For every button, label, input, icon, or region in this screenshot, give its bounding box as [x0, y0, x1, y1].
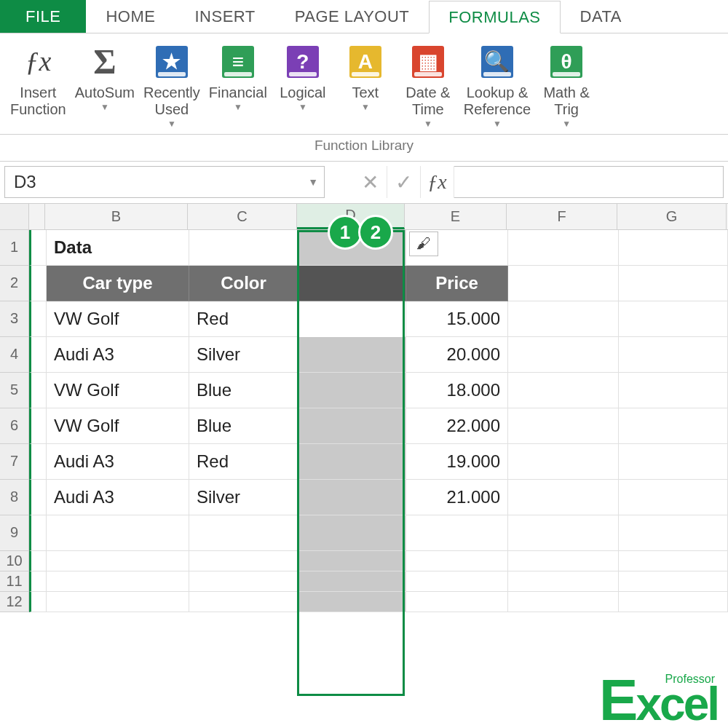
cell[interactable]: [298, 337, 406, 373]
tab-formulas[interactable]: FORMULAS: [429, 1, 560, 33]
spreadsheet-grid: B C D E F G 1 Data 2 Car type Color Pric…: [0, 204, 728, 612]
search-book-icon: 🔍: [481, 46, 513, 78]
cell[interactable]: VW Golf: [47, 408, 189, 444]
a-book-icon: A: [349, 46, 381, 78]
chevron-down-icon: ▼: [562, 119, 571, 130]
financial-button[interactable]: ≡ Financial ▼: [205, 41, 272, 116]
coins-book-icon: ≡: [222, 46, 254, 78]
fx-icon: ƒx: [25, 46, 51, 78]
cell-C1[interactable]: [189, 230, 298, 266]
formula-input[interactable]: [454, 166, 724, 198]
cell[interactable]: Audi A3: [47, 444, 189, 480]
logical-button[interactable]: ? Logical ▼: [272, 41, 334, 116]
tab-page-layout[interactable]: PAGE LAYOUT: [275, 0, 430, 33]
tab-file[interactable]: FILE: [0, 0, 86, 33]
cancel-formula-button[interactable]: ✕: [354, 166, 387, 198]
ribbon-tabs: FILE HOME INSERT PAGE LAYOUT FORMULAS DA…: [0, 0, 728, 33]
row-header[interactable]: 11: [0, 571, 29, 592]
cell[interactable]: [298, 480, 406, 515]
chevron-down-icon: ▼: [424, 119, 432, 130]
row-header[interactable]: 9: [0, 515, 29, 551]
annotation-badge-2: 2: [358, 215, 393, 250]
cell[interactable]: Silver: [189, 337, 298, 373]
ribbon-group-label: Function Library: [0, 135, 728, 162]
row-header[interactable]: 6: [0, 408, 29, 444]
watermark: Professor EExcelxcel: [599, 677, 718, 724]
fx-icon[interactable]: ƒx: [421, 166, 454, 198]
autosum-button[interactable]: Σ AutoSum ▼: [71, 41, 139, 116]
financial-label: Financial: [209, 84, 267, 101]
calendar-book-icon: ▦: [412, 46, 444, 78]
paste-options-icon[interactable]: 🖌: [409, 232, 438, 256]
table-header-price[interactable]: Price: [406, 266, 508, 301]
sigma-icon: Σ: [93, 41, 116, 82]
row-header[interactable]: 1: [0, 230, 29, 266]
row-header[interactable]: 10: [0, 551, 29, 571]
cell[interactable]: 19.000: [406, 444, 508, 480]
cell[interactable]: VW Golf: [47, 373, 189, 408]
cell-B1[interactable]: Data: [47, 230, 189, 266]
insert-function-button[interactable]: ƒx Insert Function: [6, 41, 71, 121]
tab-home[interactable]: HOME: [86, 0, 175, 33]
math-trig-label: Math & Trig: [543, 84, 589, 118]
cell[interactable]: 15.000: [406, 301, 508, 337]
row-header[interactable]: 12: [0, 592, 29, 612]
lookup-reference-button[interactable]: 🔍 Lookup & Reference ▼: [459, 41, 535, 132]
cell[interactable]: 21.000: [406, 480, 508, 515]
autosum-label: AutoSum: [75, 84, 135, 101]
chevron-down-icon: ▼: [298, 103, 307, 113]
col-header-B[interactable]: B: [45, 204, 188, 229]
table-header-car-type[interactable]: Car type: [47, 266, 189, 301]
tab-insert[interactable]: INSERT: [175, 0, 274, 33]
row-header[interactable]: 3: [0, 301, 29, 337]
chevron-down-icon: ▼: [100, 103, 109, 113]
annotation-badge-1: 1: [328, 215, 363, 250]
cell[interactable]: Red: [189, 301, 298, 337]
ribbon-formulas: ƒx Insert Function Σ AutoSum ▼ ★ Recentl…: [0, 33, 728, 135]
text-label: Text: [352, 84, 379, 101]
row-header[interactable]: 8: [0, 480, 29, 515]
cell[interactable]: Red: [189, 444, 298, 480]
cell[interactable]: [298, 444, 406, 480]
chevron-down-icon[interactable]: ▼: [308, 176, 318, 188]
col-header-C[interactable]: C: [188, 204, 297, 229]
recently-used-label: Recently Used: [143, 84, 200, 118]
row-header[interactable]: 2: [0, 266, 29, 301]
tab-data[interactable]: DATA: [561, 0, 641, 33]
cell[interactable]: Silver: [189, 480, 298, 515]
star-book-icon: ★: [156, 46, 188, 78]
cell[interactable]: [298, 373, 406, 408]
text-button[interactable]: A Text ▼: [334, 41, 397, 116]
table-header-blank[interactable]: [298, 266, 406, 301]
name-box[interactable]: D3 ▼: [4, 166, 325, 198]
chevron-down-icon: ▼: [167, 119, 176, 130]
theta-book-icon: θ: [550, 46, 582, 78]
col-header-E[interactable]: E: [405, 204, 507, 229]
cell[interactable]: [298, 408, 406, 444]
select-all-corner[interactable]: [0, 204, 29, 229]
cell[interactable]: 20.000: [406, 337, 508, 373]
date-time-button[interactable]: ▦ Date & Time ▼: [397, 41, 459, 132]
col-header-G[interactable]: G: [617, 204, 727, 229]
chevron-down-icon: ▼: [234, 103, 242, 113]
cell[interactable]: Blue: [189, 408, 298, 444]
cell[interactable]: Audi A3: [47, 337, 189, 373]
table-header-color[interactable]: Color: [189, 266, 298, 301]
row-header[interactable]: 7: [0, 444, 29, 480]
grid-rows: 1 Data 2 Car type Color Price 3 VW Golf …: [0, 230, 728, 612]
cell[interactable]: VW Golf: [47, 301, 189, 337]
formula-bar: D3 ▼ ✕ ✓ ƒx: [0, 162, 728, 204]
cell[interactable]: Audi A3: [47, 480, 189, 515]
cell[interactable]: Blue: [189, 373, 298, 408]
col-header-F[interactable]: F: [507, 204, 617, 229]
chevron-down-icon: ▼: [493, 119, 502, 130]
cell[interactable]: 18.000: [406, 373, 508, 408]
cell[interactable]: 22.000: [406, 408, 508, 444]
math-trig-button[interactable]: θ Math & Trig ▼: [535, 41, 598, 132]
cell[interactable]: [298, 301, 406, 337]
recently-used-button[interactable]: ★ Recently Used ▼: [139, 41, 205, 132]
col-header-A[interactable]: [29, 204, 45, 229]
row-header[interactable]: 4: [0, 337, 29, 373]
row-header[interactable]: 5: [0, 373, 29, 408]
enter-formula-button[interactable]: ✓: [387, 166, 421, 198]
